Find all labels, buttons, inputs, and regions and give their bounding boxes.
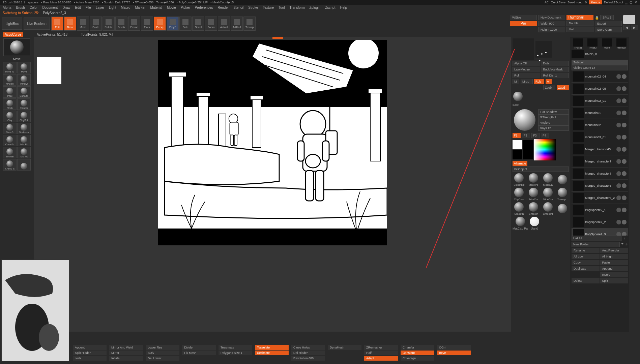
brush-inflat[interactable]: Inflat: [3, 86, 17, 98]
color-black[interactable]: [513, 150, 522, 159]
visible-count[interactable]: Visible Count 14: [572, 65, 628, 70]
backface-mask[interactable]: BackfaceMask: [542, 67, 569, 72]
angle[interactable]: Angle 0: [538, 120, 569, 125]
spix[interactable]: SPix 3: [600, 15, 614, 20]
menu-transform[interactable]: Transform: [289, 6, 304, 9]
matcap-sphere[interactable]: [516, 217, 525, 226]
bottom-append[interactable]: Append: [73, 345, 107, 350]
live-boolean-button[interactable]: Live Boolean: [24, 18, 50, 30]
visibility-icon[interactable]: [616, 195, 621, 200]
toolbar-solo[interactable]: Solo: [179, 17, 192, 31]
menu-preferences[interactable]: Preferences: [195, 6, 213, 9]
brush-damsta[interactable]: DamSta: [17, 86, 31, 98]
bottom-mirror[interactable]: Mirror: [109, 351, 143, 355]
brush-icon-small[interactable]: [513, 92, 523, 101]
paint-icon[interactable]: [622, 86, 627, 91]
fill-object[interactable]: FillObject: [513, 166, 569, 172]
menu-texture[interactable]: Texture: [263, 6, 274, 9]
toolbar-scroll[interactable]: Scroll: [192, 17, 204, 31]
menu-tool[interactable]: Tool: [279, 6, 285, 9]
smooth1-icon[interactable]: [514, 202, 524, 212]
brush-clay[interactable]: Clay: [3, 111, 17, 122]
paint-icon[interactable]: [622, 171, 627, 176]
window-min-icon[interactable]: ▁: [625, 1, 628, 4]
bottom-dynamesh[interactable]: DynaMesh: [328, 345, 361, 350]
toolbar-persp[interactable]: Persp: [154, 17, 166, 31]
transpo-icon[interactable]: [558, 188, 567, 197]
brush-standar[interactable]: Standar: [17, 98, 31, 110]
brush-claybuil[interactable]: ClayBuil: [17, 111, 31, 122]
menu-zscript[interactable]: Zscript: [325, 6, 335, 9]
smooth2-icon[interactable]: [529, 202, 538, 212]
bottom-divide[interactable]: Divide: [182, 345, 216, 350]
lightbox-button[interactable]: LightBox: [2, 18, 22, 30]
bottom-half[interactable]: Half: [364, 351, 398, 355]
rays[interactable]: Rays 12: [538, 125, 569, 131]
brush-knife_s[interactable]: KNIFE_s: [3, 159, 17, 171]
f2[interactable]: F2: [522, 133, 530, 138]
bottom-beve[interactable]: Beve: [437, 351, 471, 355]
bottom-del-hidden[interactable]: Del Hidden: [291, 351, 325, 355]
flat-shadow[interactable]: Flat Shadow: [538, 109, 569, 115]
menu-macro[interactable]: Macro: [121, 6, 130, 9]
visibility-icon[interactable]: [616, 220, 621, 224]
brush-pinch[interactable]: Pinch: [3, 98, 17, 110]
selectRe-icon[interactable]: [514, 173, 524, 183]
doc-height[interactable]: Height 1200: [538, 27, 565, 32]
menu-edit[interactable]: Edit: [75, 6, 81, 9]
toolbar-aahalf[interactable]: AAHalf: [231, 17, 243, 31]
visibility-icon[interactable]: [616, 147, 621, 152]
menu-color[interactable]: Color: [30, 6, 38, 9]
toolbar-transp[interactable]: Transp: [243, 17, 256, 31]
f3[interactable]: F3: [531, 133, 540, 138]
delete-button[interactable]: Delete: [572, 278, 600, 283]
menu-layer[interactable]: Layer: [96, 6, 104, 9]
brush-hpolish[interactable]: hPolish: [3, 74, 17, 86]
paint-icon[interactable]: [622, 135, 627, 140]
material-back-preview[interactable]: [514, 109, 535, 131]
subtool-item-Merged_character8[interactable]: Merged_character8: [572, 168, 628, 180]
document-canvas[interactable]: [158, 40, 387, 245]
subtool-item-Merged_character5_2[interactable]: Merged_character5_2: [572, 192, 628, 204]
menu-render[interactable]: Render: [218, 6, 229, 9]
arrow-down-icon[interactable]: ↓: [627, 237, 628, 240]
f4[interactable]: F4: [541, 133, 549, 138]
menu-marker[interactable]: Marker: [135, 6, 145, 9]
menu-document[interactable]: Document: [42, 6, 58, 9]
toolbar-polyf[interactable]: PolyF: [167, 17, 179, 31]
paste-button[interactable]: Paste: [600, 260, 628, 265]
all-high-button[interactable]: All High: [600, 254, 628, 259]
color-secondary[interactable]: [523, 140, 533, 159]
visibility-icon[interactable]: [616, 159, 621, 164]
default-zscript[interactable]: DefaultZScript: [604, 1, 623, 4]
toolbar-brush[interactable]: Brush: [115, 17, 127, 31]
half[interactable]: Half: [566, 27, 593, 32]
toolbar-floor[interactable]: Floor: [141, 17, 153, 31]
bottom-fix-mesh[interactable]: Fix Mesh: [182, 351, 216, 355]
menu-alpha[interactable]: Alpha: [3, 6, 11, 9]
menu-stroke[interactable]: Stroke: [248, 6, 258, 9]
paint-icon[interactable]: [622, 195, 627, 200]
visibility-icon[interactable]: [616, 86, 621, 91]
visibility-icon[interactable]: [616, 232, 621, 236]
toolbar-draw[interactable]: Draw: [64, 17, 76, 31]
document-thumbnail[interactable]: [37, 57, 61, 84]
brush-zmodel[interactable]: ZModel: [3, 147, 17, 158]
next-arrow-icon[interactable]: ▶: [631, 25, 638, 30]
brush-imm-mc[interactable]: IMM Mc: [17, 147, 31, 158]
f1[interactable]: F1: [513, 133, 521, 138]
window-max-icon[interactable]: ▢: [630, 1, 633, 4]
color-picker[interactable]: [534, 139, 556, 160]
smooth3-icon[interactable]: [543, 202, 553, 212]
bottom-chamfer[interactable]: Chamfer: [401, 345, 434, 350]
menu-light[interactable]: Light: [109, 6, 116, 9]
brush-[interactable]: [17, 159, 31, 171]
trimCur-icon[interactable]: [529, 188, 538, 197]
subtool-item-Merged_character7[interactable]: Merged_character7: [572, 155, 628, 168]
color-white[interactable]: [513, 140, 522, 149]
bottom-resolution-688[interactable]: Resolution 688: [291, 356, 325, 361]
paint-icon[interactable]: [622, 232, 627, 236]
bottom-inflate[interactable]: Inflate: [109, 356, 143, 361]
bottom-polygons-size-1[interactable]: Polygons Size 1: [219, 351, 252, 355]
bottom-adapt[interactable]: Adapt: [364, 356, 398, 361]
